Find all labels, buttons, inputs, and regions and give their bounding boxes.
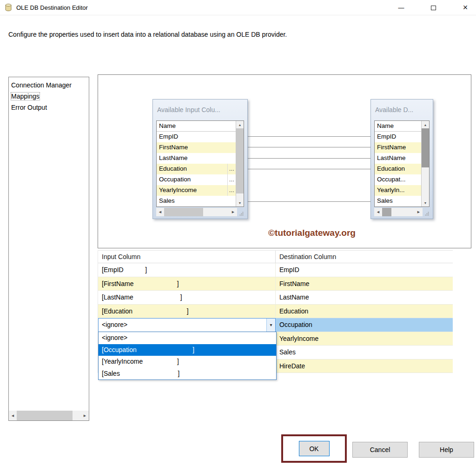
- input-column-cell[interactable]: [LastName ]: [98, 291, 276, 305]
- scrollbar-track[interactable]: [382, 208, 415, 216]
- available-input-columns-title: Available Input Colu...: [153, 100, 247, 120]
- mapping-connector-line: [248, 147, 371, 147]
- mappings-diagram-panel: Available Input Colu... Name EmpID First…: [98, 74, 471, 248]
- table-row: [FirstName ] FirstName: [98, 277, 453, 291]
- destination-column-cell[interactable]: LastName: [276, 291, 453, 305]
- ok-highlight-annotation: OK: [281, 434, 347, 463]
- destination-column-row[interactable]: Sales: [375, 196, 421, 206]
- scrollbar-thumb[interactable]: [382, 208, 391, 216]
- dropdown-item-yearlyincome[interactable]: [YearlyIncome ]: [99, 356, 276, 368]
- input-column-cell[interactable]: [Education ]: [98, 305, 276, 319]
- destination-column-row[interactable]: Education: [375, 164, 421, 174]
- scroll-up-icon[interactable]: ▲: [422, 121, 429, 128]
- scroll-right-icon[interactable]: ▶: [415, 208, 423, 216]
- scroll-left-icon[interactable]: ◀: [156, 208, 164, 216]
- mapping-table-header: Input Column Destination Column: [98, 250, 453, 263]
- resize-grip-icon: [423, 208, 430, 216]
- dropdown-item-occupation[interactable]: [Occupation ]: [99, 344, 276, 356]
- destination-column-cell[interactable]: Education: [276, 305, 453, 319]
- close-icon: ×: [463, 3, 468, 13]
- destination-column-cell[interactable]: FirstName: [276, 277, 453, 291]
- cancel-button[interactable]: Cancel: [352, 442, 408, 458]
- dropdown-item-ignore[interactable]: <ignore>: [99, 332, 276, 344]
- mapping-connector-line: [248, 169, 371, 169]
- mapping-connector-line: [248, 158, 371, 159]
- input-column-row[interactable]: EmpID: [157, 132, 236, 142]
- sidebar-horizontal-scrollbar[interactable]: ◀ ▶: [9, 411, 89, 420]
- scroll-left-icon[interactable]: ◀: [9, 411, 17, 420]
- sidebar-item-connection-manager[interactable]: Connection Manager: [9, 80, 89, 91]
- scrollbar-thumb[interactable]: [17, 411, 73, 420]
- scroll-down-icon[interactable]: ▼: [422, 199, 429, 206]
- input-column-row[interactable]: YearlyIncome...: [157, 185, 236, 196]
- input-column-row[interactable]: Occupation...: [157, 174, 236, 185]
- input-column-combobox[interactable]: <ignore> ▾: [98, 318, 276, 332]
- available-destination-columns-box: Available D... Name EmpID FirstName Last…: [370, 99, 433, 219]
- input-column-row[interactable]: FirstName: [157, 142, 236, 153]
- table-row: [Education ] Education: [98, 305, 453, 319]
- table-row: <ignore> ▾ Occupation: [98, 318, 453, 332]
- help-button[interactable]: Help: [419, 442, 474, 458]
- destination-column-row[interactable]: Occupat...: [375, 174, 421, 185]
- destination-column-cell[interactable]: EmpID: [276, 263, 453, 277]
- resize-grip-icon: [237, 208, 244, 216]
- destination-column-row[interactable]: FirstName: [375, 142, 421, 153]
- destination-column-row[interactable]: EmpID: [375, 132, 421, 142]
- ok-button[interactable]: OK: [299, 441, 330, 456]
- scrollbar-thumb[interactable]: [236, 128, 244, 193]
- scroll-up-icon[interactable]: ▲: [236, 121, 244, 128]
- destination-columns-horizontal-scrollbar[interactable]: ◀ ▶: [374, 208, 423, 216]
- input-column-cell[interactable]: [EmpID ]: [98, 263, 276, 277]
- input-column-row[interactable]: LastName: [157, 153, 236, 164]
- input-column-header: Input Column: [98, 251, 276, 263]
- destination-column-cell[interactable]: YearlyIncome: [276, 332, 453, 346]
- sidebar-item-label: Connection Manager: [11, 81, 72, 89]
- input-column-cell[interactable]: [FirstName ]: [98, 277, 276, 291]
- scroll-right-icon[interactable]: ▶: [229, 208, 237, 216]
- combobox-value: <ignore>: [99, 319, 266, 332]
- destination-column-row[interactable]: LastName: [375, 153, 421, 164]
- chevron-down-icon[interactable]: ▾: [266, 319, 275, 332]
- available-input-columns-box: Available Input Colu... Name EmpID First…: [152, 99, 248, 219]
- truncation-ellipsis: ...: [227, 164, 236, 174]
- scroll-left-icon[interactable]: ◀: [374, 208, 382, 216]
- destination-column-header: Destination Column: [276, 251, 453, 263]
- scrollbar-track[interactable]: [17, 411, 81, 420]
- destination-columns-vertical-scrollbar[interactable]: ▲ ▼: [421, 121, 429, 206]
- minimize-button[interactable]: —: [390, 0, 412, 15]
- title-bar: OLE DB Destination Editor — ×: [0, 0, 476, 15]
- input-columns-horizontal-scrollbar[interactable]: ◀ ▶: [156, 208, 237, 216]
- sidebar-item-error-output[interactable]: Error Output: [9, 102, 89, 113]
- mapping-connector-line: [248, 136, 371, 137]
- sidebar-item-mappings[interactable]: Mappings: [9, 91, 89, 102]
- input-columns-vertical-scrollbar[interactable]: ▲ ▼: [236, 121, 244, 206]
- mapping-connector-line: [248, 201, 371, 202]
- input-column-row[interactable]: Education...: [157, 164, 236, 174]
- close-button[interactable]: ×: [455, 0, 476, 15]
- pages-list: Connection Manager Mappings Error Output…: [8, 77, 89, 421]
- scrollbar-track[interactable]: [236, 128, 244, 199]
- input-column-row[interactable]: Sales: [157, 196, 236, 206]
- dropdown-item-sales[interactable]: [Sales ]: [99, 368, 276, 380]
- truncation-ellipsis: ...: [227, 185, 236, 196]
- scroll-right-icon[interactable]: ▶: [81, 411, 89, 420]
- table-row: [LastName ] LastName: [98, 291, 453, 305]
- scrollbar-thumb[interactable]: [164, 208, 203, 216]
- destination-column-row[interactable]: YearlyIn...: [375, 185, 421, 196]
- table-row: [EmpID ] EmpID: [98, 263, 453, 277]
- scrollbar-track[interactable]: [422, 128, 429, 199]
- grid-column-header: Name: [157, 121, 236, 132]
- destination-column-cell[interactable]: Sales: [276, 346, 453, 359]
- maximize-button[interactable]: [423, 0, 444, 15]
- dialog-description: Configure the properties used to insert …: [8, 31, 287, 38]
- column-mapping-table: Input Column Destination Column [EmpID ]…: [98, 250, 453, 373]
- scroll-down-icon[interactable]: ▼: [236, 199, 244, 206]
- grid-column-header: Name: [375, 121, 421, 132]
- scrollbar-track[interactable]: [164, 208, 229, 216]
- scrollbar-thumb[interactable]: [422, 128, 429, 167]
- destination-column-cell[interactable]: Occupation: [276, 318, 453, 332]
- minimize-icon: —: [398, 4, 404, 11]
- destination-column-cell[interactable]: HireDate: [276, 359, 453, 373]
- window-title: OLE DB Destination Editor: [16, 4, 88, 11]
- sidebar-item-label: Mappings: [11, 93, 40, 100]
